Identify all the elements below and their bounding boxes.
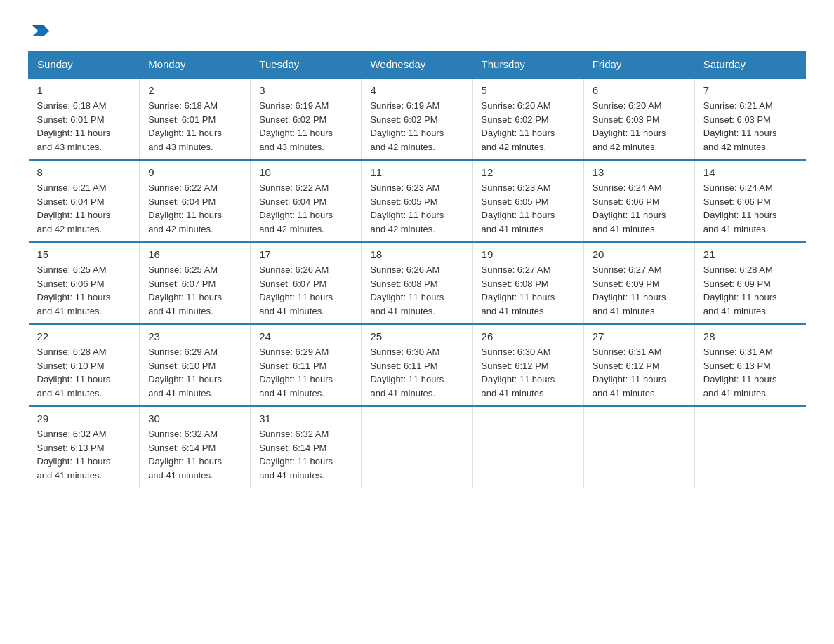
calendar-cell: 15Sunrise: 6:25 AMSunset: 6:06 PMDayligh… xyxy=(29,242,140,324)
day-info: Sunrise: 6:18 AMSunset: 6:01 PMDaylight:… xyxy=(37,99,131,154)
day-number: 21 xyxy=(703,248,797,260)
page-header xyxy=(28,21,806,36)
day-number: 27 xyxy=(593,330,686,342)
day-info: Sunrise: 6:21 AMSunset: 6:04 PMDaylight:… xyxy=(37,181,131,236)
calendar-week-1: 1Sunrise: 6:18 AMSunset: 6:01 PMDaylight… xyxy=(29,78,806,160)
day-number: 4 xyxy=(370,84,463,96)
day-info: Sunrise: 6:30 AMSunset: 6:11 PMDaylight:… xyxy=(370,345,463,400)
calendar-cell: 3Sunrise: 6:19 AMSunset: 6:02 PMDaylight… xyxy=(251,78,362,160)
day-info: Sunrise: 6:24 AMSunset: 6:06 PMDaylight:… xyxy=(593,181,686,236)
calendar-cell: 28Sunrise: 6:31 AMSunset: 6:13 PMDayligh… xyxy=(694,324,805,406)
day-info: Sunrise: 6:24 AMSunset: 6:06 PMDaylight:… xyxy=(703,181,797,236)
calendar-cell xyxy=(694,406,805,488)
calendar-week-3: 15Sunrise: 6:25 AMSunset: 6:06 PMDayligh… xyxy=(29,242,806,324)
svg-marker-1 xyxy=(32,25,46,28)
day-number: 15 xyxy=(37,248,131,260)
calendar-cell: 11Sunrise: 6:23 AMSunset: 6:05 PMDayligh… xyxy=(362,160,472,242)
day-number: 10 xyxy=(259,166,352,178)
calendar-cell: 31Sunrise: 6:32 AMSunset: 6:14 PMDayligh… xyxy=(251,406,362,488)
day-number: 8 xyxy=(37,166,131,178)
day-number: 16 xyxy=(148,248,241,260)
calendar-cell: 23Sunrise: 6:29 AMSunset: 6:10 PMDayligh… xyxy=(140,324,251,406)
calendar-week-2: 8Sunrise: 6:21 AMSunset: 6:04 PMDaylight… xyxy=(29,160,806,242)
day-info: Sunrise: 6:28 AMSunset: 6:10 PMDaylight:… xyxy=(37,345,131,400)
calendar-cell xyxy=(583,406,694,488)
day-info: Sunrise: 6:21 AMSunset: 6:03 PMDaylight:… xyxy=(703,99,797,154)
day-number: 7 xyxy=(703,84,797,96)
day-info: Sunrise: 6:26 AMSunset: 6:07 PMDaylight:… xyxy=(259,263,352,318)
calendar-cell: 29Sunrise: 6:32 AMSunset: 6:13 PMDayligh… xyxy=(29,406,140,488)
calendar-table: SundayMondayTuesdayWednesdayThursdayFrid… xyxy=(28,51,806,488)
header-tuesday: Tuesday xyxy=(251,51,362,79)
calendar-cell: 4Sunrise: 6:19 AMSunset: 6:02 PMDaylight… xyxy=(362,78,472,160)
calendar-cell xyxy=(362,406,472,488)
logo-arrow-icon xyxy=(29,21,49,41)
day-number: 14 xyxy=(703,166,797,178)
day-number: 19 xyxy=(482,248,575,260)
calendar-cell: 1Sunrise: 6:18 AMSunset: 6:01 PMDaylight… xyxy=(29,78,140,160)
day-number: 26 xyxy=(482,330,575,342)
day-info: Sunrise: 6:19 AMSunset: 6:02 PMDaylight:… xyxy=(370,99,463,154)
calendar-cell: 10Sunrise: 6:22 AMSunset: 6:04 PMDayligh… xyxy=(251,160,362,242)
calendar-week-5: 29Sunrise: 6:32 AMSunset: 6:13 PMDayligh… xyxy=(29,406,806,488)
header-monday: Monday xyxy=(140,51,251,79)
calendar-cell: 26Sunrise: 6:30 AMSunset: 6:12 PMDayligh… xyxy=(472,324,583,406)
day-info: Sunrise: 6:29 AMSunset: 6:11 PMDaylight:… xyxy=(259,345,352,400)
calendar-cell: 2Sunrise: 6:18 AMSunset: 6:01 PMDaylight… xyxy=(140,78,251,160)
day-number: 12 xyxy=(482,166,575,178)
day-number: 25 xyxy=(370,330,463,342)
day-info: Sunrise: 6:23 AMSunset: 6:05 PMDaylight:… xyxy=(370,181,463,236)
calendar-cell: 18Sunrise: 6:26 AMSunset: 6:08 PMDayligh… xyxy=(362,242,472,324)
day-number: 24 xyxy=(259,330,352,342)
day-info: Sunrise: 6:26 AMSunset: 6:08 PMDaylight:… xyxy=(370,263,463,318)
day-number: 1 xyxy=(37,84,131,96)
calendar-cell: 9Sunrise: 6:22 AMSunset: 6:04 PMDaylight… xyxy=(140,160,251,242)
header-thursday: Thursday xyxy=(472,51,583,79)
calendar-cell: 30Sunrise: 6:32 AMSunset: 6:14 PMDayligh… xyxy=(140,406,251,488)
header-friday: Friday xyxy=(583,51,694,79)
calendar-header-row: SundayMondayTuesdayWednesdayThursdayFrid… xyxy=(29,51,806,79)
calendar-cell: 12Sunrise: 6:23 AMSunset: 6:05 PMDayligh… xyxy=(472,160,583,242)
day-number: 2 xyxy=(148,84,241,96)
day-number: 17 xyxy=(259,248,352,260)
calendar-cell: 5Sunrise: 6:20 AMSunset: 6:02 PMDaylight… xyxy=(472,78,583,160)
day-info: Sunrise: 6:32 AMSunset: 6:14 PMDaylight:… xyxy=(259,427,352,482)
calendar-cell xyxy=(472,406,583,488)
calendar-cell: 8Sunrise: 6:21 AMSunset: 6:04 PMDaylight… xyxy=(29,160,140,242)
day-number: 29 xyxy=(37,412,131,424)
day-info: Sunrise: 6:29 AMSunset: 6:10 PMDaylight:… xyxy=(148,345,241,400)
day-info: Sunrise: 6:32 AMSunset: 6:13 PMDaylight:… xyxy=(37,427,131,482)
day-info: Sunrise: 6:30 AMSunset: 6:12 PMDaylight:… xyxy=(482,345,575,400)
day-info: Sunrise: 6:23 AMSunset: 6:05 PMDaylight:… xyxy=(482,181,575,236)
calendar-week-4: 22Sunrise: 6:28 AMSunset: 6:10 PMDayligh… xyxy=(29,324,806,406)
day-info: Sunrise: 6:22 AMSunset: 6:04 PMDaylight:… xyxy=(148,181,241,236)
day-info: Sunrise: 6:27 AMSunset: 6:09 PMDaylight:… xyxy=(593,263,686,318)
day-number: 9 xyxy=(148,166,241,178)
day-info: Sunrise: 6:28 AMSunset: 6:09 PMDaylight:… xyxy=(703,263,797,318)
day-number: 18 xyxy=(370,248,463,260)
day-number: 3 xyxy=(259,84,352,96)
header-sunday: Sunday xyxy=(29,51,140,79)
day-info: Sunrise: 6:20 AMSunset: 6:03 PMDaylight:… xyxy=(593,99,686,154)
day-number: 11 xyxy=(370,166,463,178)
calendar-cell: 20Sunrise: 6:27 AMSunset: 6:09 PMDayligh… xyxy=(583,242,694,324)
day-info: Sunrise: 6:18 AMSunset: 6:01 PMDaylight:… xyxy=(148,99,241,154)
calendar-cell: 13Sunrise: 6:24 AMSunset: 6:06 PMDayligh… xyxy=(583,160,694,242)
day-info: Sunrise: 6:25 AMSunset: 6:07 PMDaylight:… xyxy=(148,263,241,318)
calendar-cell: 25Sunrise: 6:30 AMSunset: 6:11 PMDayligh… xyxy=(362,324,472,406)
day-info: Sunrise: 6:31 AMSunset: 6:13 PMDaylight:… xyxy=(703,345,797,400)
calendar-cell: 7Sunrise: 6:21 AMSunset: 6:03 PMDaylight… xyxy=(694,78,805,160)
calendar-cell: 22Sunrise: 6:28 AMSunset: 6:10 PMDayligh… xyxy=(29,324,140,406)
logo-top xyxy=(28,21,51,41)
header-wednesday: Wednesday xyxy=(362,51,472,79)
calendar-cell: 19Sunrise: 6:27 AMSunset: 6:08 PMDayligh… xyxy=(472,242,583,324)
day-info: Sunrise: 6:22 AMSunset: 6:04 PMDaylight:… xyxy=(259,181,352,236)
day-number: 13 xyxy=(593,166,686,178)
logo xyxy=(28,21,51,36)
day-number: 6 xyxy=(593,84,686,96)
day-number: 30 xyxy=(148,412,241,424)
day-info: Sunrise: 6:19 AMSunset: 6:02 PMDaylight:… xyxy=(259,99,352,154)
day-info: Sunrise: 6:32 AMSunset: 6:14 PMDaylight:… xyxy=(148,427,241,482)
day-number: 23 xyxy=(148,330,241,342)
header-saturday: Saturday xyxy=(694,51,805,79)
